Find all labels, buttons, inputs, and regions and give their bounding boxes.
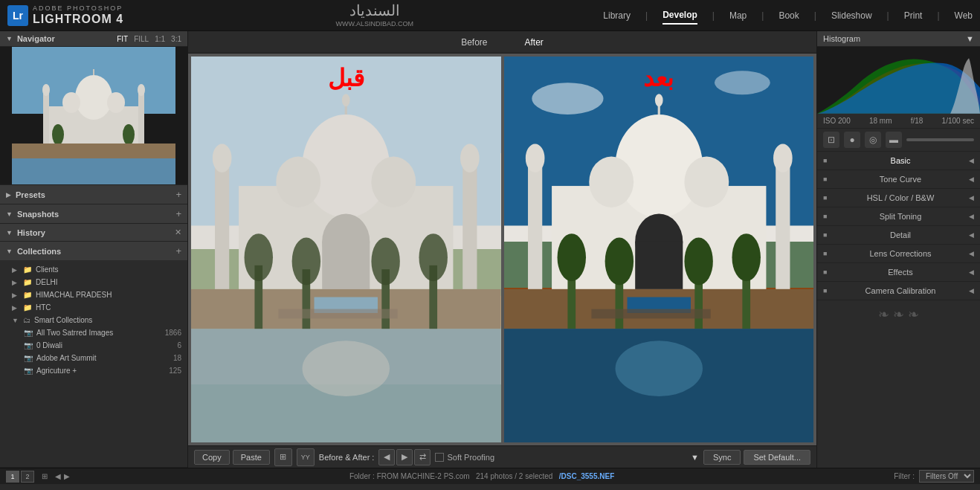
before-label[interactable]: Before <box>450 37 498 48</box>
copy-button[interactable]: Copy <box>194 450 230 465</box>
after-label[interactable]: After <box>514 37 555 48</box>
watermark: السندياد WWW.ALSINDIBAD.COM <box>146 3 603 28</box>
all-two-count: 1866 <box>165 329 181 337</box>
ba-swap-button[interactable]: ⇄ <box>414 449 431 465</box>
nav-library[interactable]: Library <box>603 7 631 24</box>
fit-option-3to1[interactable]: 3:1 <box>171 35 181 43</box>
svg-point-36 <box>292 237 320 285</box>
ba-right-button[interactable]: ▶ <box>396 449 413 465</box>
presets-add-button[interactable]: + <box>175 189 181 200</box>
collections-expand-icon: ▼ <box>6 248 13 255</box>
svg-rect-27 <box>462 162 477 289</box>
yy-toggle[interactable]: YY <box>297 448 315 466</box>
histogram-title: Histogram <box>823 34 860 43</box>
nav-slideshow[interactable]: Slideshow <box>831 7 872 24</box>
crop-tool[interactable]: ⊡ <box>823 132 839 148</box>
all-two-icon: 📷 <box>24 329 33 337</box>
svg-point-24 <box>371 157 416 207</box>
exif-focal: 18 mm <box>869 117 892 125</box>
collections-header[interactable]: ▼ Collections + <box>0 242 187 260</box>
camera-calibration-title: Camera Calibration <box>865 286 936 295</box>
history-header[interactable]: ▼ History ✕ <box>0 224 187 241</box>
grid-tools: ⊞ <box>42 472 48 480</box>
histogram-header[interactable]: Histogram ▼ <box>817 31 980 47</box>
chevron-down-icon[interactable]: ▼ <box>691 453 699 462</box>
watermark-url: WWW.ALSINDIBAD.COM <box>335 20 413 28</box>
svg-rect-72 <box>591 309 710 319</box>
history-title: History <box>17 228 170 237</box>
lens-corrections-header[interactable]: ■ Lens Corrections ◀ <box>817 245 980 262</box>
split-toning-header[interactable]: ■ Split Toning ◀ <box>817 207 980 225</box>
collections-add-button[interactable]: + <box>175 245 181 257</box>
htc-folder-icon: 📁 <box>23 303 32 312</box>
svg-rect-4 <box>43 91 49 144</box>
nav-print[interactable]: Print <box>904 7 923 24</box>
hsl-header[interactable]: ■ HSL / Color / B&W ◀ <box>817 189 980 207</box>
image-area: قبل <box>188 54 816 445</box>
fit-option-1to1[interactable]: 1:1 <box>155 35 165 43</box>
svg-point-71 <box>615 341 702 396</box>
hsl-arrow-icon: ◀ <box>969 194 974 202</box>
collection-item-adobe-summit[interactable]: 📷 Adobe Art Summit 18 <box>0 352 187 364</box>
collection-item-himachal[interactable]: ▶ 📁 HIMACHAL PRADESH <box>0 288 187 301</box>
fit-option-fill[interactable]: FILL <box>134 35 149 43</box>
effects-header[interactable]: ■ Effects ◀ <box>817 263 980 281</box>
tone-curve-header[interactable]: ■ Tone Curve ◀ <box>817 170 980 188</box>
sync-button[interactable]: Sync <box>703 450 741 465</box>
gradient-tool[interactable]: ▬ <box>886 132 902 148</box>
nav-web[interactable]: Web <box>955 7 973 24</box>
camera-calibration-header[interactable]: ■ Camera Calibration ◀ <box>817 282 980 300</box>
forward-arrow-icon[interactable]: ▶ <box>64 472 70 480</box>
ba-left-button[interactable]: ◀ <box>378 449 395 465</box>
nav-book[interactable]: Book <box>778 7 799 24</box>
set-defaults-button[interactable]: Set Default... <box>744 450 810 465</box>
grid-icon[interactable]: ⊞ <box>42 472 48 480</box>
back-arrow-icon[interactable]: ◀ <box>55 472 61 480</box>
collection-item-clients[interactable]: ▶ 📁 Clients <box>0 263 187 276</box>
snapshots-header[interactable]: ▼ Snapshots + <box>0 204 187 223</box>
filter-select[interactable]: Filters Off <box>919 470 974 483</box>
snapshots-expand-icon: ▼ <box>6 210 13 218</box>
basic-header[interactable]: ■ Basic ◀ <box>817 152 980 170</box>
collection-item-agricuture[interactable]: 📷 Agricuture + 125 <box>0 364 187 377</box>
collection-item-delhi[interactable]: ▶ 📁 DELHI <box>0 276 187 288</box>
presets-header[interactable]: ▶ Presets + <box>0 185 187 204</box>
history-clear-button[interactable]: ✕ <box>175 228 181 237</box>
effects-title: Effects <box>888 268 912 277</box>
page-2-button[interactable]: 2 <box>21 471 34 483</box>
redeye-tool[interactable]: ◎ <box>865 132 881 148</box>
detail-header[interactable]: ■ Detail ◀ <box>817 226 980 244</box>
soft-proofing-checkbox[interactable] <box>435 453 444 462</box>
clients-expand-icon: ▶ <box>12 266 19 274</box>
diwali-icon: 📷 <box>24 341 33 349</box>
presets-title: Presets <box>16 190 171 199</box>
hsl-title: HSL / Color / B&W <box>867 193 935 202</box>
collection-item-diwali[interactable]: 📷 0 Diwali 6 <box>0 339 187 352</box>
exposure-slider[interactable] <box>906 138 974 141</box>
navigator-header[interactable]: ▼ Navigator FIT FILL 1:1 3:1 <box>0 31 187 47</box>
spot-heal-tool[interactable]: ● <box>844 132 860 148</box>
fit-option-fit[interactable]: FIT <box>117 35 128 43</box>
right-panel: Histogram ▼ ISO 200 18 mm f/18 <box>816 31 980 468</box>
collection-item-all-two[interactable]: 📷 All Two Satrred Images 1866 <box>0 326 187 339</box>
collection-item-htc[interactable]: ▶ 📁 HTC <box>0 301 187 314</box>
paste-button[interactable]: Paste <box>233 450 270 465</box>
agricuture-label: Agricuture + <box>36 367 165 375</box>
before-after-label: Before & After : <box>319 453 375 462</box>
svg-rect-25 <box>215 162 229 289</box>
nav-map[interactable]: Map <box>729 7 747 24</box>
snapshots-add-button[interactable]: + <box>175 208 181 219</box>
svg-rect-55 <box>776 162 790 289</box>
filter-label: Filter : <box>894 472 915 480</box>
nav-develop[interactable]: Develop <box>663 7 697 25</box>
grid-view-icon[interactable]: ⊞ <box>274 448 292 466</box>
svg-rect-53 <box>528 162 542 289</box>
svg-point-7 <box>138 84 145 96</box>
detail-toggle: ■ <box>823 231 832 239</box>
collection-item-smart[interactable]: ▼ 🗂 Smart Collections <box>0 314 187 326</box>
svg-point-50 <box>654 94 663 106</box>
camera-calibration-section: ■ Camera Calibration ◀ <box>817 282 980 300</box>
photo-info: 214 photos / 2 selected <box>476 472 552 480</box>
page-1-button[interactable]: 1 <box>6 471 19 483</box>
svg-point-13 <box>52 124 64 145</box>
